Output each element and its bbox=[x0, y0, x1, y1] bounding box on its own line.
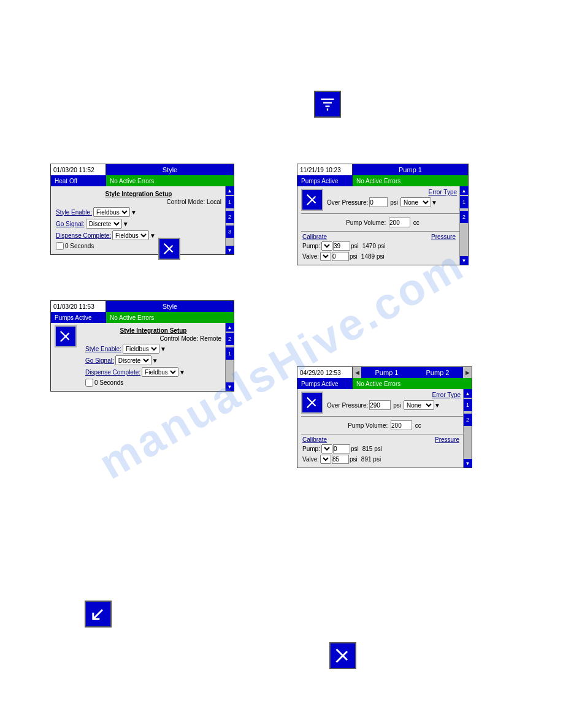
panel1-scroll-2[interactable]: 2 bbox=[226, 211, 234, 223]
panel3-pump-cal-row: Pump: ↓ psi 1470 psi bbox=[302, 241, 456, 251]
panel2-scroll-2[interactable]: 2 bbox=[226, 333, 234, 345]
panel1-scroll-1[interactable]: 1 bbox=[226, 196, 234, 208]
panel3-valve-cal-label: Valve: bbox=[302, 253, 319, 260]
panel3-pump-pressure: 1470 psi bbox=[362, 243, 386, 249]
panel1-header: 01/03/20 11:52 Style bbox=[51, 164, 234, 175]
panel1-status-right: No Active Errors bbox=[106, 175, 234, 186]
panel4-scroll-2[interactable]: 2 bbox=[464, 414, 472, 426]
svg-rect-2 bbox=[326, 105, 330, 107]
panel1-scroll-up[interactable]: ▲ bbox=[226, 186, 234, 195]
panel3-pump-cal-input[interactable] bbox=[333, 241, 350, 251]
panel1-status: Heat Off No Active Errors bbox=[51, 175, 234, 186]
panel4-valve-cal-down[interactable]: ↓ bbox=[320, 455, 331, 464]
panel2-dispense-complete-label: Dispense Complete: bbox=[85, 369, 140, 376]
panel-style-remote: 01/03/20 11:53 Style Pumps Active No Act… bbox=[50, 300, 234, 392]
panel2-title: Style bbox=[106, 301, 234, 312]
panel4-pump-cal-input[interactable] bbox=[333, 444, 350, 453]
panel-pump1-single: 11/21/19 10:23 Pump 1 Pumps Active No Ac… bbox=[297, 164, 469, 265]
svg-rect-3 bbox=[327, 108, 328, 111]
panel2-body: Style Integration Setup Control Mode: Re… bbox=[80, 323, 234, 391]
panel2-dispense-complete-select[interactable]: Fieldbus bbox=[142, 367, 178, 377]
svg-line-8 bbox=[307, 195, 316, 203]
panel1-control-mode: Control Mode: Local bbox=[56, 199, 221, 205]
svg-line-6 bbox=[61, 332, 69, 340]
panel2-style-enable-select[interactable]: Fieldbus bbox=[123, 344, 159, 354]
panel-style-local: 01/03/20 11:52 Style Heat Off No Active … bbox=[50, 164, 234, 255]
panel4-pump-cal-down[interactable]: ↓ bbox=[321, 444, 332, 453]
panel4-date: 04/29/20 12:53 bbox=[297, 367, 353, 378]
panel4-scroll-up[interactable]: ▲ bbox=[464, 389, 472, 398]
panel2-date: 01/03/20 11:53 bbox=[51, 301, 106, 312]
panel4-header: 04/29/20 12:53 ◀ Pump 1 Pump 2 ▶ bbox=[297, 367, 472, 378]
panel4-scroll-down[interactable]: ▼ bbox=[464, 459, 472, 468]
panel1-seconds-label: 0 Seconds bbox=[65, 243, 94, 249]
panel3-scroll-up[interactable]: ▲ bbox=[460, 186, 469, 195]
panel2-dispense-complete-row: Dispense Complete: Fieldbus ▼ bbox=[85, 367, 221, 377]
panel4-icon-btn[interactable] bbox=[301, 392, 323, 414]
panel3-content: Error Type Over Pressure: psi None ▼ bbox=[297, 186, 468, 213]
panel2-status-right: No Active Errors bbox=[106, 312, 234, 323]
svg-line-4 bbox=[164, 244, 173, 252]
panel4-pump-cal-row: Pump: ↓ psi 815 psi bbox=[302, 444, 459, 453]
panel4-status-right: No Active Errors bbox=[353, 378, 472, 389]
panel2-status: Pumps Active No Active Errors bbox=[51, 312, 234, 323]
panel2-scroll-1[interactable]: 1 bbox=[226, 347, 234, 360]
panel1-icon-btn[interactable] bbox=[158, 238, 180, 260]
panel4-scroll-1[interactable]: 1 bbox=[464, 399, 472, 411]
panel3-pump-cal-label: Pump: bbox=[302, 243, 320, 249]
bottom-right-check-icon[interactable] bbox=[329, 642, 356, 669]
panel3-calibrate-header: Calibrate bbox=[302, 233, 327, 240]
panel4-scrollbar: ▲ 1 2 ▼ bbox=[463, 389, 472, 468]
panel4-over-pressure-row: Over Pressure: psi None ▼ bbox=[327, 400, 461, 410]
panel1-dispense-complete-select[interactable]: Fieldbus bbox=[112, 230, 149, 240]
svg-line-7 bbox=[61, 333, 69, 342]
panel4-calibrate-header: Calibrate bbox=[302, 436, 327, 443]
panel4-error-type-select[interactable]: None bbox=[404, 400, 434, 410]
panel2-icon-btn[interactable] bbox=[55, 325, 77, 347]
panel2-seconds-row: 0 Seconds bbox=[85, 379, 221, 387]
svg-rect-0 bbox=[321, 99, 334, 100]
panel2-go-signal-select[interactable]: Discrete bbox=[115, 355, 151, 365]
panel3-pump-cal-unit: psi bbox=[351, 243, 359, 249]
panel3-status-right: No Active Errors bbox=[353, 175, 468, 186]
panel1-date: 01/03/20 11:52 bbox=[51, 164, 106, 175]
bottom-left-arrow-icon[interactable] bbox=[85, 601, 112, 628]
panel3-pv-input[interactable] bbox=[389, 218, 410, 227]
panel1-style-enable-select[interactable]: Fieldbus bbox=[93, 207, 130, 217]
panel1-scroll-down[interactable]: ▼ bbox=[226, 246, 234, 254]
panel4-prev-arrow[interactable]: ◀ bbox=[353, 367, 361, 378]
panel1-seconds-checkbox[interactable] bbox=[56, 242, 64, 250]
panel4-valve-cal-input[interactable] bbox=[332, 455, 349, 464]
panel3-over-pressure-input[interactable] bbox=[369, 197, 388, 207]
panel3-error-type-select[interactable]: None bbox=[400, 197, 431, 207]
panel4-title2: Pump 2 bbox=[412, 367, 463, 378]
panel-pump-dual: 04/29/20 12:53 ◀ Pump 1 Pump 2 ▶ Pumps A… bbox=[297, 366, 472, 468]
panel3-icon-btn[interactable] bbox=[301, 189, 323, 211]
panel1-scroll-3[interactable]: 3 bbox=[226, 226, 234, 238]
panel1-status-left: Heat Off bbox=[51, 175, 106, 186]
panel3-pump-cal-down[interactable]: ↓ bbox=[321, 241, 332, 251]
svg-line-11 bbox=[307, 400, 316, 408]
panel3-pv-label: Pump Volume: bbox=[346, 219, 386, 226]
panel2-scroll-up[interactable]: ▲ bbox=[226, 323, 234, 332]
panel3-scroll-2[interactable]: 2 bbox=[460, 211, 469, 223]
panel1-scrollbar: ▲ 1 2 3 ▼ bbox=[225, 186, 234, 254]
panel2-header: 01/03/20 11:53 Style bbox=[51, 301, 234, 312]
panel2-scroll-down[interactable]: ▼ bbox=[226, 382, 234, 391]
panel3-valve-cal-input[interactable] bbox=[332, 252, 349, 261]
panel3-valve-cal-down[interactable]: ↓ bbox=[320, 252, 331, 261]
svg-line-13 bbox=[337, 650, 348, 661]
panel2-style-enable-row: Style Enable: Fieldbus ▼ bbox=[85, 344, 221, 354]
panel3-scroll-1[interactable]: 1 bbox=[460, 196, 469, 208]
top-filter-icon[interactable] bbox=[314, 91, 341, 118]
panel4-over-pressure-input[interactable] bbox=[369, 400, 391, 410]
panel4-error-type-header: Error Type bbox=[327, 392, 461, 398]
panel3-valve-pressure: 1489 psi bbox=[361, 253, 385, 260]
panel1-go-signal-select[interactable]: Discrete bbox=[86, 219, 122, 229]
panel4-next-arrow[interactable]: ▶ bbox=[463, 367, 472, 378]
panel3-scroll-down[interactable]: ▼ bbox=[460, 256, 469, 265]
panel2-seconds-checkbox[interactable] bbox=[85, 379, 93, 387]
svg-rect-1 bbox=[323, 102, 332, 104]
panel3-over-pressure-unit: psi bbox=[390, 199, 398, 206]
panel4-pv-input[interactable] bbox=[391, 420, 412, 430]
